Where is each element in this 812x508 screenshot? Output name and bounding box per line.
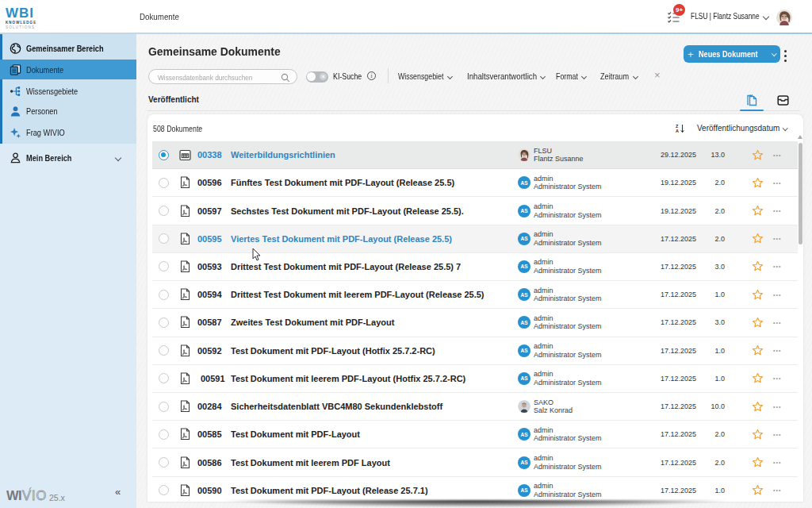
svg-text:A: A	[676, 129, 679, 133]
svg-text:25.x: 25.x	[49, 493, 66, 502]
svg-text:WI: WI	[6, 488, 21, 502]
svg-text:VIO: VIO	[22, 488, 47, 502]
